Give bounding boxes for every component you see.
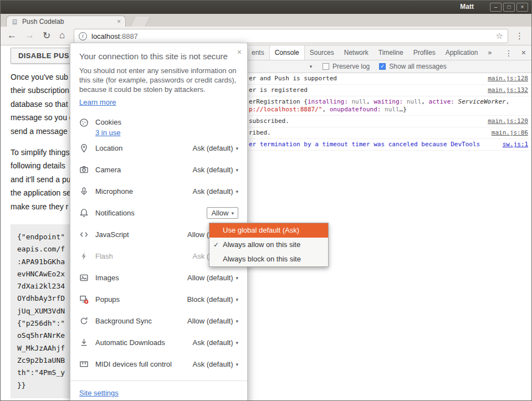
notifications-permission-select[interactable]: Allow▾ xyxy=(207,207,238,219)
cookies-icon xyxy=(79,118,89,127)
devtools-tab-timeline[interactable]: Timeline xyxy=(374,45,408,60)
titlebar: Matt – □ × xyxy=(1,1,531,14)
bookmark-star-icon[interactable]: ☆ xyxy=(496,31,503,41)
show-all-messages-label: Show all messages xyxy=(389,63,446,70)
browser-window: Matt – □ × Push Codelab × ← → ↻ ⌂ i loca… xyxy=(0,0,532,401)
console-object-preview: erRegistration {installing: null, waitin… xyxy=(249,98,524,114)
popup-title: Your connection to this site is not secu… xyxy=(79,52,228,61)
console-source-link[interactable]: main.js:120 xyxy=(488,117,528,125)
popups-permission-dropdown[interactable]: Block (default)▾ xyxy=(187,295,238,304)
console-source-link[interactable]: main.js:128 xyxy=(488,75,528,83)
console-toolbar: ▼ Preserve log ✓ Show all messages xyxy=(228,60,532,73)
console-message-text: er termination by a timeout timer was ca… xyxy=(249,141,498,148)
tab-title: Push Codelab xyxy=(22,18,117,25)
forward-button[interactable]: → xyxy=(25,30,34,41)
devtools-menu-icon[interactable]: ⋮ xyxy=(505,49,513,58)
checkmark-icon: ✓ xyxy=(380,64,385,69)
site-info-popup: × Your connection to this site is not se… xyxy=(70,43,248,401)
cookies-in-use-link[interactable]: 3 in use xyxy=(95,128,121,137)
permission-row-images: Images Allow (default)▾ xyxy=(79,267,238,289)
preserve-log-label: Preserve log xyxy=(332,63,370,70)
caret-down-icon: ▾ xyxy=(231,210,234,216)
devtools-tab-sources[interactable]: Sources xyxy=(305,45,339,60)
caret-down-icon: ▾ xyxy=(236,318,238,324)
site-settings-link[interactable]: Site settings xyxy=(79,389,119,397)
check-icon: ✓ xyxy=(213,238,219,252)
notifications-permission-menu: Use global default (Ask) ✓Always allow o… xyxy=(209,223,329,267)
devtools-tab-elements[interactable]: ents xyxy=(247,45,269,60)
notifications-bell-icon xyxy=(79,208,89,218)
console-message-text: ribed. xyxy=(249,129,487,137)
window-controls: – □ × xyxy=(490,3,528,12)
devtools-tabs-overflow-icon[interactable]: » xyxy=(483,45,497,60)
images-icon xyxy=(79,273,89,282)
site-info-icon[interactable]: i xyxy=(79,32,87,40)
location-icon xyxy=(79,143,89,153)
permission-row-automatic-downloads: Automatic Downloads Ask (default)▾ xyxy=(79,332,238,353)
menu-item-always-block[interactable]: Always block on this site xyxy=(209,252,328,266)
permission-row-popups: Popups Block (default)▾ xyxy=(79,289,238,310)
tab-push-codelab[interactable]: Push Codelab × xyxy=(6,16,126,27)
devtools-tab-network[interactable]: Network xyxy=(339,45,374,60)
console-message-row: subscribed. main.js:120 xyxy=(228,116,532,127)
menu-item-use-global-default[interactable]: Use global default (Ask) xyxy=(209,223,328,238)
url-port: :8887 xyxy=(120,32,138,40)
background-sync-icon xyxy=(79,316,89,326)
automatic-downloads-permission-dropdown[interactable]: Ask (default)▾ xyxy=(192,338,238,347)
permission-row-notifications: Notifications Allow▾ xyxy=(79,202,238,224)
devtools-close-icon[interactable]: × xyxy=(521,48,526,57)
images-permission-dropdown[interactable]: Allow (default)▾ xyxy=(187,274,238,282)
automatic-downloads-icon xyxy=(79,338,89,347)
learn-more-link[interactable]: Learn more xyxy=(79,98,116,106)
popup-close-icon[interactable]: × xyxy=(237,48,242,56)
background-sync-permission-dropdown[interactable]: Allow (default)▾ xyxy=(187,317,238,325)
permission-row-location: Location Ask (default)▾ xyxy=(79,137,238,159)
camera-icon xyxy=(79,165,89,174)
console-context-dropdown-icon[interactable]: ▼ xyxy=(309,64,313,69)
devtools-tab-application[interactable]: Application xyxy=(441,45,483,60)
console-message-text: er is registered xyxy=(249,86,483,94)
popup-divider xyxy=(70,381,247,381)
cookies-row: Cookies 3 in use xyxy=(79,118,238,137)
address-bar[interactable]: i localhost :8887 ☆ xyxy=(74,29,508,43)
console-message-text: er and Push is supported xyxy=(249,75,483,83)
back-button[interactable]: ← xyxy=(7,30,17,41)
console-verbose-row: er termination by a timeout timer was ca… xyxy=(228,139,532,151)
console-source-link[interactable]: sw.js:1 xyxy=(503,141,528,148)
caret-down-icon: ▾ xyxy=(236,362,238,367)
show-all-messages-checkbox[interactable]: ✓ xyxy=(379,63,386,70)
console-message-row: er is registered main.js:132 xyxy=(228,85,532,96)
console-log: er and Push is supported main.js:128 er … xyxy=(228,73,532,151)
midi-icon xyxy=(79,359,89,369)
caret-down-icon: ▾ xyxy=(236,340,238,346)
microphone-permission-dropdown[interactable]: Ask (default)▾ xyxy=(192,187,238,196)
maximize-button[interactable]: □ xyxy=(503,3,515,12)
popups-icon xyxy=(79,295,89,304)
midi-permission-dropdown[interactable]: Ask (default)▾ xyxy=(192,360,238,368)
location-permission-dropdown[interactable]: Ask (default)▾ xyxy=(192,144,238,152)
caret-down-icon: ▾ xyxy=(236,167,238,173)
caret-down-icon: ▾ xyxy=(236,297,238,302)
camera-permission-dropdown[interactable]: Ask (default)▾ xyxy=(192,166,238,174)
home-button[interactable]: ⌂ xyxy=(59,30,65,41)
console-message-row: er and Push is supported main.js:128 xyxy=(228,73,532,85)
preserve-log-checkbox[interactable] xyxy=(323,63,329,70)
caret-down-icon: ▾ xyxy=(236,189,238,194)
page-favicon-icon xyxy=(11,18,18,25)
tab-strip: Push Codelab × xyxy=(1,14,531,27)
reload-button[interactable]: ↻ xyxy=(43,30,50,42)
tab-close-icon[interactable]: × xyxy=(117,18,121,25)
console-source-link[interactable]: main.js:86 xyxy=(492,129,528,137)
new-tab-button[interactable] xyxy=(130,17,151,27)
window-user-label: Matt xyxy=(460,3,474,11)
window-close-button[interactable]: × xyxy=(516,3,528,12)
javascript-icon xyxy=(79,230,89,239)
devtools-tab-profiles[interactable]: Profiles xyxy=(408,45,441,60)
devtools-tab-console[interactable]: Console xyxy=(269,45,305,60)
browser-menu-icon[interactable]: ⋮ xyxy=(515,31,524,41)
permission-row-background-sync: Background Sync Allow (default)▾ xyxy=(79,310,238,332)
permission-row-camera: Camera Ask (default)▾ xyxy=(79,159,238,181)
minimize-button[interactable]: – xyxy=(490,3,502,12)
console-source-link[interactable]: main.js:132 xyxy=(488,86,528,94)
menu-item-always-allow[interactable]: ✓Always allow on this site xyxy=(209,238,328,252)
